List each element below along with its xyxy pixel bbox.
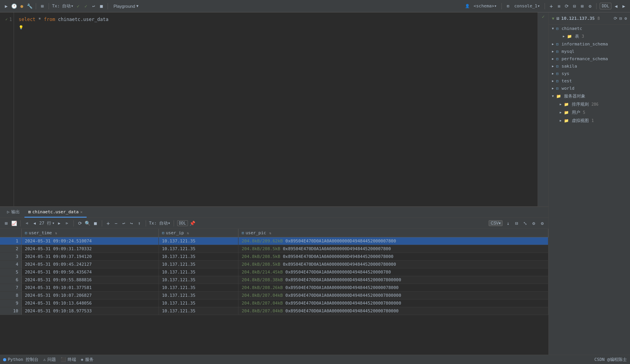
sidebar-refresh-icon[interactable]: ⟳	[614, 16, 617, 21]
page-dropdown[interactable]: ▾	[52, 221, 55, 226]
layout-toolbar-icon[interactable]: ⊟	[571, 3, 578, 9]
code-editor[interactable]: ✓ 1 select * from china	[0, 12, 538, 206]
grid-icon[interactable]: ⊞	[39, 3, 45, 9]
submit-result-icon[interactable]: ↑	[136, 220, 143, 226]
redo-result-icon[interactable]: ↪	[129, 220, 135, 226]
col-user-ip-sort[interactable]: ⇅	[187, 231, 189, 235]
arrow-right-icon[interactable]: ▶	[621, 3, 627, 9]
csv-export-btn[interactable]: CSV▾	[489, 220, 503, 226]
config-toolbar-icon[interactable]: ⚙	[587, 3, 593, 9]
clock-icon[interactable]: 🕐	[11, 3, 17, 9]
data-table-wrapper[interactable]: ⊞ user_time ⇅ ⊞ user_ip ⇅	[0, 229, 548, 335]
check2-icon[interactable]: ✓	[83, 3, 89, 9]
tree-item[interactable]: ▶⊟test	[549, 77, 630, 85]
col-user-pic-sort[interactable]: ⇅	[269, 231, 271, 235]
filter-icon[interactable]: ⊟	[513, 220, 520, 226]
cell-user-ip: 10.137.121.35	[158, 261, 238, 268]
page-first-icon[interactable]: ⊲	[24, 220, 30, 226]
wrench-icon[interactable]: 🔧	[26, 3, 33, 9]
cell-user-ip: 10.137.121.35	[158, 292, 238, 300]
check-icon[interactable]: ✓	[75, 3, 81, 9]
console-icon[interactable]: ⊞	[505, 3, 511, 9]
tree-item-tables[interactable]: ▶📁表3	[549, 32, 630, 40]
server-name-label[interactable]: 10.121.137.35	[561, 16, 595, 21]
layout2-toolbar-icon[interactable]: ⊞	[579, 3, 585, 9]
col-header-user-pic[interactable]: ⊞ user_pic ⇅	[238, 229, 548, 237]
server-objects-header[interactable]: ▼📁服务器对象	[549, 92, 630, 100]
tree-item[interactable]: ▶⊟world	[549, 85, 630, 92]
col-header-user-time[interactable]: ⊞ user_time ⇅	[22, 229, 159, 237]
table-row[interactable]: 22024-05-31 09:09:31.17033210.137.121.35…	[0, 245, 548, 253]
remove-row-icon[interactable]: −	[113, 220, 119, 226]
line-num-1: ✓ 1	[5, 16, 12, 23]
tree-item[interactable]: ▼⊟chinaetc	[549, 25, 630, 32]
table-row[interactable]: 82024-05-31 09:10:07.20682710.137.121.35…	[0, 292, 548, 300]
add-row-icon[interactable]: +	[105, 220, 111, 226]
db-tree[interactable]: ▼⊟chinaetc▶📁表3▶⊟information_schema▶⊟mysq…	[549, 25, 630, 355]
table-row[interactable]: 62024-05-31 09:09:55.88881610.137.121.35…	[0, 276, 548, 284]
terminal-status[interactable]: ⬛ 终端	[61, 357, 76, 362]
grid-result-icon[interactable]: ⊞	[3, 220, 9, 226]
table-row[interactable]: 12024-05-31 09:09:24.51007410.137.121.35…	[0, 237, 548, 245]
arrow-left-icon[interactable]: ◀	[613, 3, 619, 9]
chart-result-icon[interactable]: 📈	[11, 220, 17, 226]
playground-button[interactable]: Playground ▾	[111, 3, 141, 9]
plus-toolbar-icon[interactable]: +	[548, 3, 554, 9]
list-toolbar-icon[interactable]: ≡	[556, 3, 562, 9]
tab-output[interactable]: ▷ 输出	[3, 207, 24, 218]
pin-result-icon[interactable]: 📌	[190, 220, 196, 226]
schema-label[interactable]: <schema>▾	[472, 3, 498, 9]
schema-icon[interactable]: 👤	[464, 3, 470, 9]
service-status[interactable]: ◈ 服务	[81, 357, 94, 362]
tx-result-label[interactable]: Tx: 自动▾	[149, 220, 171, 226]
undo-toolbar-icon[interactable]: ↩	[90, 3, 97, 9]
so-item-icon: 📁	[564, 118, 569, 123]
sidebar-filter-icon[interactable]: ⊟	[620, 16, 622, 21]
tree-item[interactable]: ▶⊟information_schema	[549, 40, 630, 48]
server-object-item[interactable]: ▶📁排序规则286	[549, 100, 630, 108]
tree-item[interactable]: ▶⊟sys	[549, 70, 630, 77]
expand-icon[interactable]: ⤡	[522, 220, 528, 226]
user-data-tab-close[interactable]: ✕	[80, 210, 82, 214]
code-content[interactable]: select * from chinaetc.user_data 💡	[14, 12, 538, 206]
col-user-time-sort[interactable]: ⇅	[55, 231, 57, 235]
col-user-time-label: user_time	[29, 230, 52, 235]
run-icon[interactable]: ▶	[3, 3, 9, 9]
ddl-label[interactable]: DDL	[600, 3, 611, 9]
table-row[interactable]: 102024-05-31 09:10:18.97753310.137.121.3…	[0, 307, 548, 315]
console-label[interactable]: console_1▾	[513, 3, 541, 9]
stop-result-icon[interactable]: ■	[92, 220, 99, 226]
settings-result-icon[interactable]: ⚙	[531, 220, 537, 226]
search-result-icon[interactable]: 🔍	[85, 220, 91, 226]
tree-item[interactable]: ▶⊟sakila	[549, 63, 630, 70]
server-expand-icon[interactable]: ▼	[552, 16, 554, 21]
tab-user-data[interactable]: ⊞ chinaetc.user_data ✕	[24, 207, 87, 218]
table-row[interactable]: 52024-05-31 09:09:50.43567410.137.121.35…	[0, 268, 548, 276]
ddl-result-btn[interactable]: DDL	[177, 220, 188, 226]
table-row[interactable]: 72024-05-31 09:10:01.37758110.137.121.35…	[0, 284, 548, 292]
page-last-icon[interactable]: ⊳	[64, 220, 70, 226]
problems-status[interactable]: ⚠ 问题	[43, 357, 56, 362]
table-row[interactable]: 42024-05-31 09:09:45.24212710.137.121.35…	[0, 261, 548, 268]
server-object-item[interactable]: ▶📁虚拟视图1	[549, 117, 630, 125]
refresh-toolbar-icon[interactable]: ⟳	[564, 3, 570, 9]
download-icon[interactable]: ↓	[505, 220, 511, 226]
page-next-icon[interactable]: ▶	[56, 220, 63, 226]
gear2-result-icon[interactable]: ⚙	[539, 220, 545, 226]
sidebar-settings-icon[interactable]: ⚙	[624, 16, 627, 21]
tree-item[interactable]: ▶⊟mysql	[549, 48, 630, 55]
table-row[interactable]: 92024-05-31 09:10:13.64805610.137.121.35…	[0, 300, 548, 307]
database-icon[interactable]: ●	[19, 3, 25, 9]
col-header-user-ip[interactable]: ⊞ user_ip ⇅	[158, 229, 238, 237]
refresh-result-icon[interactable]: ⟳	[77, 220, 83, 226]
exec-check[interactable]: ✓	[542, 14, 545, 19]
undo-result-icon[interactable]: ↩	[121, 220, 127, 226]
page-prev-icon[interactable]: ◀	[31, 220, 38, 226]
tree-item[interactable]: ▶⊟performance_schema	[549, 55, 630, 63]
tx-label[interactable]: Tx: 自动▾	[52, 3, 73, 9]
stop-toolbar-icon[interactable]: ■	[98, 3, 104, 9]
table-row[interactable]: 32024-05-31 09:09:37.19412010.137.121.35…	[0, 253, 548, 261]
python-console-status[interactable]: Python 控制台	[3, 357, 38, 362]
server-object-item[interactable]: ▶📁用户5	[549, 108, 630, 117]
expand-icon-down: ▼	[552, 27, 554, 30]
